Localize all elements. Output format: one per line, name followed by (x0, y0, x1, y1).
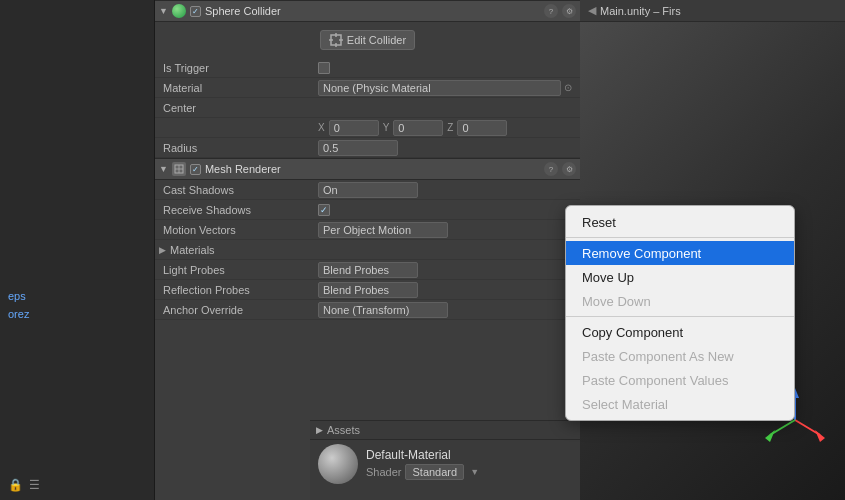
light-probes-field[interactable]: Blend Probes (318, 262, 418, 278)
materials-label: Materials (170, 244, 325, 256)
ctx-copy-component[interactable]: Copy Component (566, 320, 794, 344)
material-shader-arrow[interactable]: ▼ (470, 467, 479, 477)
svg-marker-11 (815, 430, 825, 442)
radius-row: Radius (155, 138, 580, 158)
sphere-collider-header: ▼ ✓ Sphere Collider ? ⚙ (155, 0, 580, 22)
ctx-paste-new: Paste Component As New (566, 344, 794, 368)
material-shader-label: Shader (366, 466, 401, 478)
anchor-override-value: None (Transform) (323, 304, 409, 316)
x-label: X (318, 122, 325, 133)
ctx-reset[interactable]: Reset (566, 210, 794, 234)
motion-vectors-value: Per Object Motion (323, 224, 411, 236)
ctx-paste-values: Paste Component Values (566, 368, 794, 392)
sphere-collider-checkbox[interactable]: ✓ (190, 6, 201, 17)
anchor-override-field[interactable]: None (Transform) (318, 302, 448, 318)
is-trigger-checkbox[interactable] (318, 62, 330, 74)
mesh-renderer-arrow[interactable]: ▼ (159, 164, 168, 174)
right-panel-header: ◀ Main.unity – Firs (580, 0, 845, 22)
material-field[interactable]: None (Physic Material (318, 80, 561, 96)
motion-vectors-field[interactable]: Per Object Motion (318, 222, 448, 238)
material-shader-value: Standard (412, 466, 457, 478)
material-label: Material (163, 82, 318, 94)
radius-label: Radius (163, 142, 318, 154)
receive-shadows-checkbox[interactable]: ✓ (318, 204, 330, 216)
sphere-collider-arrow[interactable]: ▼ (159, 6, 168, 16)
anchor-override-row: Anchor Override None (Transform) (155, 300, 580, 320)
center-label-row: Center (155, 98, 580, 118)
reflection-probes-label: Reflection Probes (163, 284, 318, 296)
anchor-override-label: Anchor Override (163, 304, 318, 316)
ctx-move-down: Move Down (566, 289, 794, 313)
edit-collider-icon (329, 33, 343, 47)
material-value: None (Physic Material (323, 82, 431, 94)
right-panel-title: Main.unity – Firs (600, 5, 681, 17)
reflection-probes-row: Reflection Probes Blend Probes (155, 280, 580, 300)
y-label: Y (383, 122, 390, 133)
assets-arrow[interactable]: ▶ (316, 425, 323, 435)
mesh-renderer-header: ▼ ✓ Mesh Renderer ? ⚙ (155, 158, 580, 180)
material-settings-icon[interactable]: ⊙ (564, 82, 572, 93)
materials-arrow: ▶ (159, 245, 166, 255)
ctx-select-material: Select Material (566, 392, 794, 416)
is-trigger-label: Is Trigger (163, 62, 318, 74)
ctx-move-up[interactable]: Move Up (566, 265, 794, 289)
cast-shadows-value: On (323, 184, 338, 196)
center-x-field[interactable] (329, 120, 379, 136)
context-menu: Reset Remove Component Move Up Move Down… (565, 205, 795, 421)
materials-foldout[interactable]: ▶ Materials (155, 240, 580, 260)
sphere-collider-help[interactable]: ? (544, 4, 558, 18)
z-label: Z (447, 122, 453, 133)
ctx-separator-1 (566, 237, 794, 238)
radius-field[interactable] (318, 140, 398, 156)
edit-collider-button[interactable]: Edit Collider (320, 30, 415, 50)
receive-shadows-label: Receive Shadows (163, 204, 318, 216)
cast-shadows-row: Cast Shadows On (155, 180, 580, 200)
center-label: Center (163, 102, 318, 114)
center-xyz-row: X Y Z (155, 118, 580, 138)
center-xyz-fields: X Y Z (318, 120, 507, 136)
lock-icon[interactable]: 🔒 (8, 478, 23, 492)
sidebar-text-orez: orez (8, 308, 29, 320)
mesh-renderer-help[interactable]: ? (544, 162, 558, 176)
mesh-renderer-icon (172, 162, 186, 176)
inspector-panel: ▼ ✓ Sphere Collider ? ⚙ Edit Collider Is… (155, 0, 580, 500)
cast-shadows-label: Cast Shadows (163, 184, 318, 196)
assets-label-text: Assets (327, 424, 360, 436)
light-probes-label: Light Probes (163, 264, 318, 276)
center-y-field[interactable] (393, 120, 443, 136)
edit-collider-label: Edit Collider (347, 34, 406, 46)
center-z-field[interactable] (457, 120, 507, 136)
svg-marker-13 (765, 430, 775, 442)
light-probes-value: Blend Probes (323, 264, 389, 276)
sphere-collider-icon (172, 4, 186, 18)
cast-shadows-field[interactable]: On (318, 182, 418, 198)
sphere-collider-settings[interactable]: ⚙ (562, 4, 576, 18)
ctx-separator-2 (566, 316, 794, 317)
sphere-collider-title: Sphere Collider (205, 5, 281, 17)
mesh-renderer-checkbox[interactable]: ✓ (190, 164, 201, 175)
right-panel-back-icon[interactable]: ◀ (588, 4, 596, 17)
list-icon[interactable]: ☰ (29, 478, 40, 492)
ctx-remove-component[interactable]: Remove Component (566, 241, 794, 265)
material-shader-field[interactable]: Standard (405, 464, 464, 480)
left-sidebar: eps orez 🔒 ☰ (0, 0, 155, 500)
reflection-probes-field[interactable]: Blend Probes (318, 282, 418, 298)
sidebar-text-eps: eps (8, 290, 26, 302)
motion-vectors-label: Motion Vectors (163, 224, 318, 236)
reflection-probes-value: Blend Probes (323, 284, 389, 296)
receive-shadows-row: Receive Shadows ✓ (155, 200, 580, 220)
mesh-renderer-settings[interactable]: ⚙ (562, 162, 576, 176)
motion-vectors-row: Motion Vectors Per Object Motion (155, 220, 580, 240)
material-row: Material None (Physic Material ⊙ (155, 78, 580, 98)
material-sphere-preview (318, 444, 358, 484)
mesh-renderer-title: Mesh Renderer (205, 163, 281, 175)
light-probes-row: Light Probes Blend Probes (155, 260, 580, 280)
is-trigger-row: Is Trigger (155, 58, 580, 78)
